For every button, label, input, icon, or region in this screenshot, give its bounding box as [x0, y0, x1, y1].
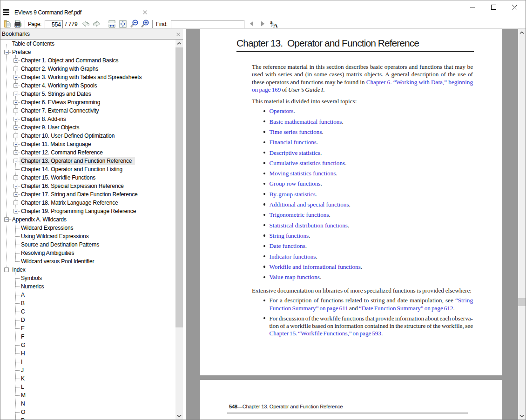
svg-text:a: a [270, 20, 273, 25]
svg-text:A: A [273, 22, 278, 28]
